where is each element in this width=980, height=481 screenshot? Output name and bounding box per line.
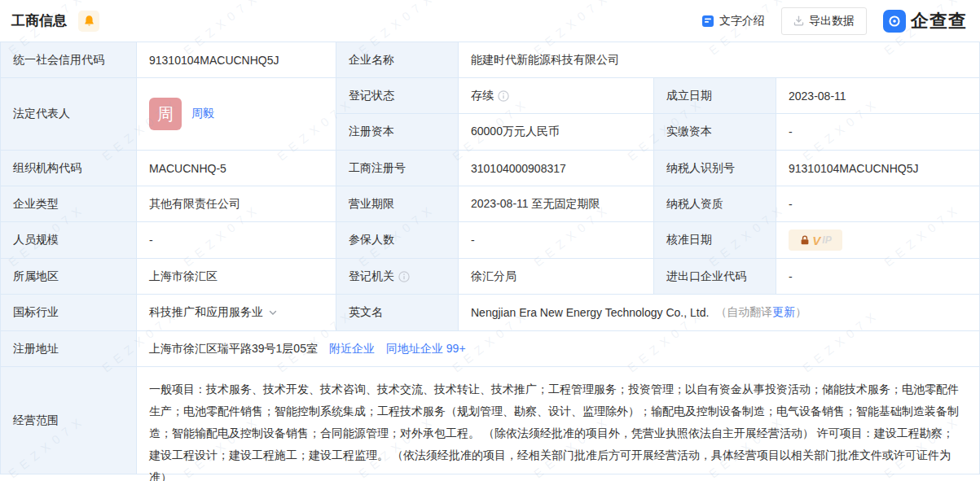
field-value-approval-date: VIP [776, 222, 979, 259]
vip-v-text: V [812, 234, 820, 247]
business-info-table: 统一社会信用代码 91310104MACUCNHQ5J 企业名称 能建时代新能源… [0, 42, 980, 474]
field-value-taxpayer-id: 91310104MACUCNHQ5J [776, 151, 979, 186]
field-label-region: 所属地区 [1, 259, 137, 295]
field-label-taxpayer-id: 纳税人识别号 [654, 151, 776, 186]
field-value-biz-term: 2023-08-11 至无固定期限 [459, 186, 654, 222]
field-label-reg-status: 登记状态 [336, 78, 459, 114]
field-label-reg-address: 注册地址 [1, 331, 137, 367]
same-address-companies-link[interactable]: 同地址企业 99+ [386, 342, 466, 356]
field-label-business-scope: 经营范围 [1, 367, 137, 474]
field-label-english-name: 英文名 [336, 295, 459, 331]
vip-locked-value[interactable]: VIP [789, 230, 842, 251]
reg-address-text: 上海市徐汇区瑞平路39号1层05室 [149, 342, 318, 356]
legal-rep-avatar: 周 [149, 98, 182, 130]
field-value-legal-rep: 周 周毅 [137, 78, 336, 151]
field-value-credit-code: 91310104MACUCNHQ5J [137, 42, 336, 78]
text-intro-button[interactable]: 文字介绍 [701, 14, 765, 28]
field-value-region: 上海市徐汇区 [137, 259, 336, 295]
text-intro-label: 文字介绍 [719, 14, 765, 28]
field-value-taxpayer-qual: - [776, 186, 979, 222]
field-label-import-export: 进出口企业代码 [654, 259, 776, 295]
field-label-company-type: 企业类型 [1, 186, 137, 222]
field-label-biz-term: 营业期限 [336, 186, 459, 222]
field-label-taxpayer-qual: 纳税人资质 [654, 186, 776, 222]
header-actions: 文字介绍 导出数据 企查查 [701, 7, 967, 35]
section-header: 工商信息 文字介绍 导出数据 企 [0, 0, 980, 42]
field-value-paid-capital: - [776, 114, 979, 151]
download-icon [793, 15, 804, 26]
field-value-biz-reg-no: 310104000908317 [459, 151, 654, 186]
field-value-reg-status: 存续 [459, 78, 654, 114]
info-icon[interactable] [398, 271, 410, 282]
field-label-legal-rep: 法定代表人 [1, 78, 137, 151]
export-data-button[interactable]: 导出数据 [781, 7, 867, 35]
industry-text: 科技推广和应用服务业 [149, 305, 263, 320]
lock-icon [799, 234, 811, 246]
field-value-industry: 科技推广和应用服务业 [137, 295, 336, 331]
page-title: 工商信息 [11, 11, 67, 30]
document-icon [701, 15, 714, 28]
field-value-reg-capital: 60000万元人民币 [459, 114, 654, 151]
field-value-reg-address: 上海市徐汇区瑞平路39号1层05室 附近企业 同地址企业 99+ [137, 331, 979, 367]
field-label-credit-code: 统一社会信用代码 [1, 42, 137, 78]
auto-translate-note: （自动翻译更新） [715, 305, 806, 320]
translate-update-link[interactable]: 更新 [772, 305, 795, 318]
field-value-reg-authority: 徐汇分局 [459, 259, 654, 295]
nearby-companies-link[interactable]: 附近企业 [329, 342, 375, 356]
info-icon[interactable] [498, 90, 509, 102]
field-label-industry: 国标行业 [1, 295, 137, 331]
field-value-import-export: - [776, 259, 979, 295]
qichacha-logo-icon [883, 10, 906, 33]
legal-rep-link[interactable]: 周毅 [191, 107, 214, 121]
field-value-org-code: MACUCNHQ-5 [137, 151, 336, 186]
field-label-org-code: 组织机构代码 [1, 151, 137, 186]
business-info-page: EEZX07XEEZX07XEEZX07XEEZX07XEEZX07XEEZX0… [0, 0, 980, 481]
field-value-insured-count: - [459, 222, 654, 259]
field-value-business-scope: 一般项目：技术服务、技术开发、技术咨询、技术交流、技术转让、技术推广；工程管理服… [137, 367, 979, 474]
field-value-establish-date: 2023-08-11 [776, 78, 979, 114]
field-value-company-type: 其他有限责任公司 [137, 186, 336, 222]
chevron-down-icon[interactable] [268, 308, 278, 317]
bell-icon [83, 15, 95, 27]
qichacha-brand-label: 企查查 [911, 9, 967, 33]
qichacha-brand[interactable]: 企查查 [883, 9, 967, 33]
reg-status-text: 存续 [471, 89, 494, 103]
reg-authority-label-text: 登记机关 [349, 269, 394, 284]
field-label-reg-capital: 注册资本 [336, 114, 459, 151]
field-label-insured-count: 参保人数 [336, 222, 459, 259]
monitor-bell-button[interactable] [78, 11, 99, 32]
vip-ip-text: IP [822, 234, 831, 246]
field-value-english-name: Nengjian Era New Energy Technology Co., … [459, 295, 979, 331]
field-label-reg-authority: 登记机关 [336, 259, 459, 295]
field-label-biz-reg-no: 工商注册号 [336, 151, 459, 186]
export-data-label: 导出数据 [809, 14, 855, 28]
field-value-company-name: 能建时代新能源科技有限公司 [459, 42, 979, 78]
english-name-text: Nengjian Era New Energy Technology Co., … [471, 306, 709, 319]
field-label-paid-capital: 实缴资本 [654, 114, 776, 151]
field-label-company-name: 企业名称 [336, 42, 459, 78]
field-label-approval-date: 核准日期 [654, 222, 776, 259]
field-value-staff-size: - [137, 222, 336, 259]
field-label-establish-date: 成立日期 [654, 78, 776, 114]
field-label-staff-size: 人员规模 [1, 222, 137, 259]
